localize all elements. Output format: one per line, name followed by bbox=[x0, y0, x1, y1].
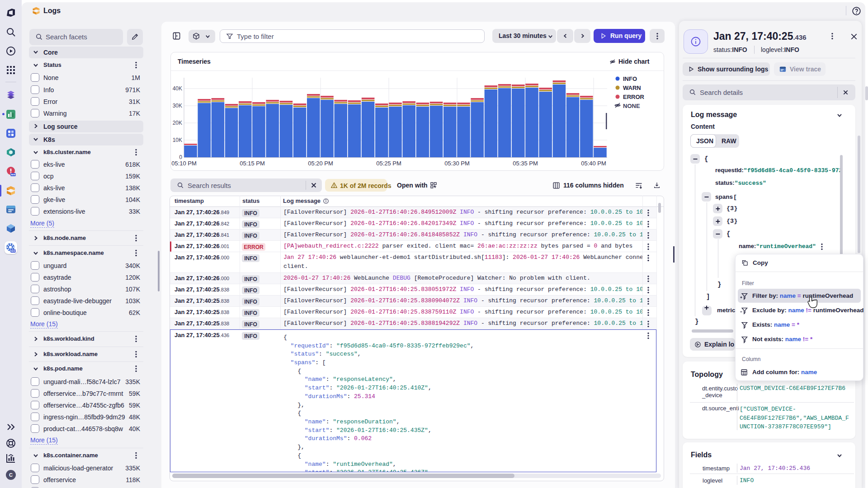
svg-text:05:30 PM: 05:30 PM bbox=[444, 160, 470, 167]
svg-text:05:10 PM: 05:10 PM bbox=[171, 160, 197, 167]
svg-text:WARN: WARN bbox=[623, 84, 641, 91]
svg-text:20K: 20K bbox=[173, 120, 182, 126]
svg-text:05:15 PM: 05:15 PM bbox=[240, 160, 265, 167]
svg-text:NEW: NEW bbox=[11, 174, 16, 176]
svg-text:10K: 10K bbox=[173, 137, 182, 143]
svg-text:05:40 PM: 05:40 PM bbox=[581, 160, 606, 167]
svg-text:0: 0 bbox=[179, 154, 182, 160]
svg-text:05:25 PM: 05:25 PM bbox=[376, 160, 401, 167]
svg-text:40K: 40K bbox=[173, 85, 182, 92]
svg-text:NONE: NONE bbox=[623, 103, 640, 109]
svg-text:INFO: INFO bbox=[623, 75, 637, 82]
svg-text:05:35 PM: 05:35 PM bbox=[513, 160, 538, 167]
svg-text:NEW: NEW bbox=[11, 250, 16, 252]
svg-text:ERROR: ERROR bbox=[623, 94, 645, 100]
svg-text:30K: 30K bbox=[173, 103, 182, 109]
svg-text:05:20 PM: 05:20 PM bbox=[308, 160, 333, 167]
